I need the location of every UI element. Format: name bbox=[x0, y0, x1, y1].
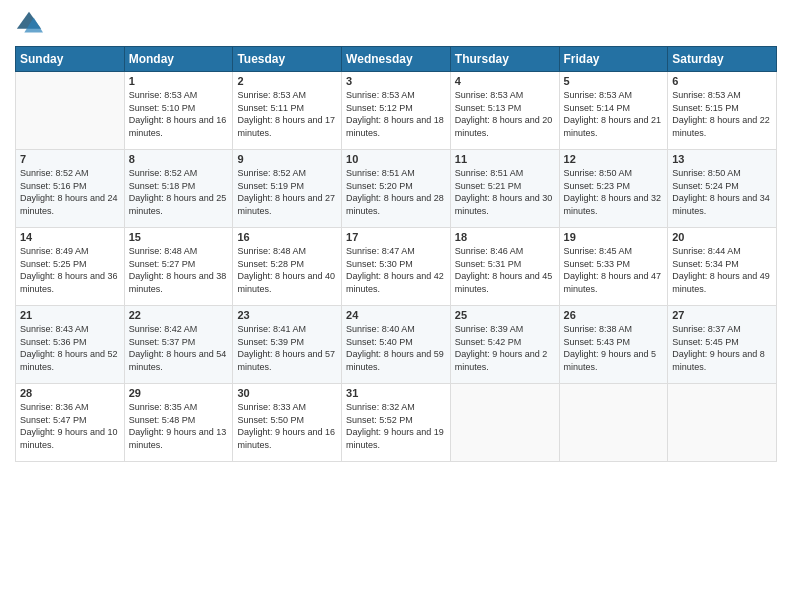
day-detail: Sunrise: 8:47 AMSunset: 5:30 PMDaylight:… bbox=[346, 245, 446, 295]
sunrise-text: Sunrise: 8:35 AM bbox=[129, 401, 229, 414]
sunset-text: Sunset: 5:37 PM bbox=[129, 336, 229, 349]
day-cell: 8Sunrise: 8:52 AMSunset: 5:18 PMDaylight… bbox=[124, 150, 233, 228]
header-cell-thursday: Thursday bbox=[450, 47, 559, 72]
calendar-header: SundayMondayTuesdayWednesdayThursdayFrid… bbox=[16, 47, 777, 72]
week-row-4: 28Sunrise: 8:36 AMSunset: 5:47 PMDayligh… bbox=[16, 384, 777, 462]
day-number: 26 bbox=[564, 309, 664, 321]
sunset-text: Sunset: 5:27 PM bbox=[129, 258, 229, 271]
sunrise-text: Sunrise: 8:50 AM bbox=[672, 167, 772, 180]
day-cell: 10Sunrise: 8:51 AMSunset: 5:20 PMDayligh… bbox=[342, 150, 451, 228]
day-number: 18 bbox=[455, 231, 555, 243]
sunrise-text: Sunrise: 8:42 AM bbox=[129, 323, 229, 336]
day-cell: 27Sunrise: 8:37 AMSunset: 5:45 PMDayligh… bbox=[668, 306, 777, 384]
sunset-text: Sunset: 5:48 PM bbox=[129, 414, 229, 427]
daylight-text: Daylight: 8 hours and 47 minutes. bbox=[564, 270, 664, 295]
sunrise-text: Sunrise: 8:48 AM bbox=[129, 245, 229, 258]
day-number: 24 bbox=[346, 309, 446, 321]
sunset-text: Sunset: 5:31 PM bbox=[455, 258, 555, 271]
day-number: 23 bbox=[237, 309, 337, 321]
daylight-text: Daylight: 8 hours and 22 minutes. bbox=[672, 114, 772, 139]
day-detail: Sunrise: 8:49 AMSunset: 5:25 PMDaylight:… bbox=[20, 245, 120, 295]
day-cell bbox=[559, 384, 668, 462]
day-detail: Sunrise: 8:38 AMSunset: 5:43 PMDaylight:… bbox=[564, 323, 664, 373]
sunrise-text: Sunrise: 8:45 AM bbox=[564, 245, 664, 258]
sunrise-text: Sunrise: 8:46 AM bbox=[455, 245, 555, 258]
sunrise-text: Sunrise: 8:36 AM bbox=[20, 401, 120, 414]
daylight-text: Daylight: 8 hours and 21 minutes. bbox=[564, 114, 664, 139]
sunrise-text: Sunrise: 8:51 AM bbox=[455, 167, 555, 180]
daylight-text: Daylight: 9 hours and 19 minutes. bbox=[346, 426, 446, 451]
daylight-text: Daylight: 8 hours and 49 minutes. bbox=[672, 270, 772, 295]
page-container: SundayMondayTuesdayWednesdayThursdayFrid… bbox=[0, 0, 792, 612]
day-cell: 18Sunrise: 8:46 AMSunset: 5:31 PMDayligh… bbox=[450, 228, 559, 306]
day-detail: Sunrise: 8:37 AMSunset: 5:45 PMDaylight:… bbox=[672, 323, 772, 373]
daylight-text: Daylight: 8 hours and 18 minutes. bbox=[346, 114, 446, 139]
daylight-text: Daylight: 9 hours and 8 minutes. bbox=[672, 348, 772, 373]
day-cell bbox=[16, 72, 125, 150]
day-detail: Sunrise: 8:53 AMSunset: 5:10 PMDaylight:… bbox=[129, 89, 229, 139]
day-number: 22 bbox=[129, 309, 229, 321]
day-number: 29 bbox=[129, 387, 229, 399]
day-cell: 20Sunrise: 8:44 AMSunset: 5:34 PMDayligh… bbox=[668, 228, 777, 306]
day-cell: 9Sunrise: 8:52 AMSunset: 5:19 PMDaylight… bbox=[233, 150, 342, 228]
day-cell: 3Sunrise: 8:53 AMSunset: 5:12 PMDaylight… bbox=[342, 72, 451, 150]
sunrise-text: Sunrise: 8:53 AM bbox=[346, 89, 446, 102]
day-cell: 23Sunrise: 8:41 AMSunset: 5:39 PMDayligh… bbox=[233, 306, 342, 384]
sunset-text: Sunset: 5:14 PM bbox=[564, 102, 664, 115]
day-cell: 7Sunrise: 8:52 AMSunset: 5:16 PMDaylight… bbox=[16, 150, 125, 228]
sunset-text: Sunset: 5:16 PM bbox=[20, 180, 120, 193]
header-cell-monday: Monday bbox=[124, 47, 233, 72]
week-row-3: 21Sunrise: 8:43 AMSunset: 5:36 PMDayligh… bbox=[16, 306, 777, 384]
day-detail: Sunrise: 8:44 AMSunset: 5:34 PMDaylight:… bbox=[672, 245, 772, 295]
day-detail: Sunrise: 8:43 AMSunset: 5:36 PMDaylight:… bbox=[20, 323, 120, 373]
sunrise-text: Sunrise: 8:53 AM bbox=[564, 89, 664, 102]
sunset-text: Sunset: 5:50 PM bbox=[237, 414, 337, 427]
sunrise-text: Sunrise: 8:37 AM bbox=[672, 323, 772, 336]
sunset-text: Sunset: 5:23 PM bbox=[564, 180, 664, 193]
sunset-text: Sunset: 5:19 PM bbox=[237, 180, 337, 193]
day-cell: 28Sunrise: 8:36 AMSunset: 5:47 PMDayligh… bbox=[16, 384, 125, 462]
day-number: 8 bbox=[129, 153, 229, 165]
sunset-text: Sunset: 5:43 PM bbox=[564, 336, 664, 349]
sunset-text: Sunset: 5:10 PM bbox=[129, 102, 229, 115]
week-row-0: 1Sunrise: 8:53 AMSunset: 5:10 PMDaylight… bbox=[16, 72, 777, 150]
day-number: 28 bbox=[20, 387, 120, 399]
day-cell: 31Sunrise: 8:32 AMSunset: 5:52 PMDayligh… bbox=[342, 384, 451, 462]
day-detail: Sunrise: 8:51 AMSunset: 5:21 PMDaylight:… bbox=[455, 167, 555, 217]
sunset-text: Sunset: 5:28 PM bbox=[237, 258, 337, 271]
day-cell: 21Sunrise: 8:43 AMSunset: 5:36 PMDayligh… bbox=[16, 306, 125, 384]
daylight-text: Daylight: 9 hours and 13 minutes. bbox=[129, 426, 229, 451]
header-cell-saturday: Saturday bbox=[668, 47, 777, 72]
day-number: 17 bbox=[346, 231, 446, 243]
sunrise-text: Sunrise: 8:47 AM bbox=[346, 245, 446, 258]
day-cell: 16Sunrise: 8:48 AMSunset: 5:28 PMDayligh… bbox=[233, 228, 342, 306]
day-detail: Sunrise: 8:51 AMSunset: 5:20 PMDaylight:… bbox=[346, 167, 446, 217]
header-row: SundayMondayTuesdayWednesdayThursdayFrid… bbox=[16, 47, 777, 72]
daylight-text: Daylight: 8 hours and 59 minutes. bbox=[346, 348, 446, 373]
day-number: 31 bbox=[346, 387, 446, 399]
day-number: 11 bbox=[455, 153, 555, 165]
header-cell-wednesday: Wednesday bbox=[342, 47, 451, 72]
sunrise-text: Sunrise: 8:48 AM bbox=[237, 245, 337, 258]
daylight-text: Daylight: 9 hours and 10 minutes. bbox=[20, 426, 120, 451]
daylight-text: Daylight: 8 hours and 20 minutes. bbox=[455, 114, 555, 139]
day-number: 15 bbox=[129, 231, 229, 243]
header-cell-tuesday: Tuesday bbox=[233, 47, 342, 72]
day-detail: Sunrise: 8:45 AMSunset: 5:33 PMDaylight:… bbox=[564, 245, 664, 295]
day-detail: Sunrise: 8:48 AMSunset: 5:28 PMDaylight:… bbox=[237, 245, 337, 295]
day-detail: Sunrise: 8:48 AMSunset: 5:27 PMDaylight:… bbox=[129, 245, 229, 295]
sunrise-text: Sunrise: 8:52 AM bbox=[20, 167, 120, 180]
sunset-text: Sunset: 5:36 PM bbox=[20, 336, 120, 349]
sunset-text: Sunset: 5:30 PM bbox=[346, 258, 446, 271]
day-cell: 12Sunrise: 8:50 AMSunset: 5:23 PMDayligh… bbox=[559, 150, 668, 228]
day-number: 25 bbox=[455, 309, 555, 321]
daylight-text: Daylight: 8 hours and 34 minutes. bbox=[672, 192, 772, 217]
daylight-text: Daylight: 9 hours and 5 minutes. bbox=[564, 348, 664, 373]
sunrise-text: Sunrise: 8:38 AM bbox=[564, 323, 664, 336]
day-detail: Sunrise: 8:53 AMSunset: 5:11 PMDaylight:… bbox=[237, 89, 337, 139]
daylight-text: Daylight: 8 hours and 40 minutes. bbox=[237, 270, 337, 295]
logo bbox=[15, 10, 47, 38]
sunrise-text: Sunrise: 8:32 AM bbox=[346, 401, 446, 414]
day-detail: Sunrise: 8:39 AMSunset: 5:42 PMDaylight:… bbox=[455, 323, 555, 373]
daylight-text: Daylight: 8 hours and 38 minutes. bbox=[129, 270, 229, 295]
